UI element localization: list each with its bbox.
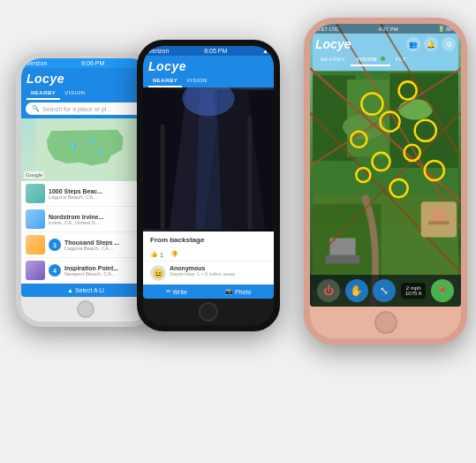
phone-mid: Verizon 8:05 PM ▲ Locye NEARBY VISION [137, 40, 280, 331]
list-item[interactable]: 3 Thousand Steps ... Laguna Beach, CA... [21, 232, 150, 258]
list-sub-2: Irvine, CA, United S... [49, 220, 146, 225]
left-tab-nearby[interactable]: NEARBY [26, 87, 60, 100]
mid-screen: Verizon 8:05 PM ▲ Locye NEARBY VISION [143, 46, 274, 299]
power-button[interactable]: ⏻ [317, 279, 340, 302]
left-home-button[interactable] [77, 300, 94, 318]
mid-video: ▶ [143, 87, 274, 231]
left-logo: Locye [26, 72, 145, 86]
from-backstage-text: From backstage [150, 236, 204, 244]
right-status-bar: AT&T LTE 4:27 PM 🔋 88% [310, 24, 461, 34]
svg-rect-9 [247, 116, 252, 229]
commenter-name: Anonymous [170, 265, 267, 271]
reaction-row: 👍 1 👎 [143, 248, 274, 262]
svg-rect-8 [161, 125, 165, 229]
left-nav-tabs: NEARBY VISION [26, 87, 145, 100]
photo-icon: 📷 [225, 288, 233, 295]
list-sub-4: Newport Beach, CA... [64, 271, 146, 277]
list-item[interactable]: Nordstrom Irvine... Irvine, CA, United S… [21, 207, 150, 232]
left-carrier: Verizon [26, 60, 47, 66]
right-time: 4:27 PM [378, 27, 397, 32]
speed-badge: 2 mph 1075 ft [401, 283, 426, 299]
google-label: Google [24, 171, 44, 178]
list-title-1: 1000 Steps Beac... [49, 188, 146, 194]
left-search-input[interactable]: 🔍 Search for a place or pl... [26, 102, 146, 115]
photo-label: Photo [235, 289, 251, 295]
right-header: Locye 👥 🔔 ⚙ NEARBY VISION FLY [310, 34, 461, 69]
list-item[interactable]: 4 Inspiration Point... Newport Beach, CA… [21, 258, 150, 284]
svg-point-32 [415, 120, 436, 141]
left-status-bar: Verizon 8:06 PM ▲ [21, 58, 150, 68]
mid-time: 8:05 PM [204, 48, 227, 54]
left-time: 8:06 PM [81, 60, 104, 66]
thumbs-up-icon: 👍 [150, 251, 158, 258]
right-logo-row: Locye 👥 🔔 ⚙ [315, 37, 456, 51]
svg-point-39 [432, 208, 446, 222]
list-title-3: Thousand Steps ... [64, 239, 146, 246]
vision-active-dot [381, 57, 385, 61]
like-count: 1 [160, 252, 163, 258]
svg-rect-40 [428, 221, 450, 224]
mid-tab-vision[interactable]: VISION [182, 75, 211, 87]
right-bottom-bar: ⏻ ✋ ⤡ 2 mph 1075 ft 📍 [310, 275, 461, 307]
svg-point-37 [390, 179, 408, 197]
mid-nav-tabs: NEARBY VISION [148, 75, 268, 87]
hand-button[interactable]: ✋ [345, 279, 368, 302]
location-badge[interactable]: 📍 [431, 279, 454, 302]
left-bottom-bar[interactable]: ▲ Select A LI [21, 284, 150, 297]
like-button[interactable]: 👍 1 [150, 251, 163, 258]
right-nav-tabs: NEARBY VISION FLY [315, 54, 456, 66]
thumbs-down-icon: 👎 [170, 251, 178, 258]
list-text-1: 1000 Steps Beac... Laguna Beach, CA... [49, 188, 146, 200]
right-home-button[interactable] [374, 311, 397, 334]
comment-text: Anonymous September 1 • 5 miles away [170, 265, 267, 277]
mid-carrier: Verizon [148, 48, 169, 54]
mid-header: Locye NEARBY VISION [143, 56, 274, 87]
photo-button[interactable]: 📷 Photo [225, 288, 251, 295]
group-icon[interactable]: 👥 [406, 37, 420, 51]
list-title-2: Nordstrom Irvine... [49, 214, 146, 220]
mid-tab-nearby[interactable]: NEARBY [148, 75, 182, 87]
list-title-4: Inspiration Point... [64, 265, 146, 271]
comment-time: September 1 • 5 miles away [170, 271, 267, 277]
right-tab-fly[interactable]: FLY [390, 54, 412, 66]
right-tab-vision[interactable]: VISION [351, 54, 390, 66]
anon-avatar: 😐 [150, 265, 166, 281]
write-icon: ✏ [166, 288, 171, 295]
right-vision-bg: AT&T LTE 4:27 PM 🔋 88% Locye 👥 🔔 ⚙ [310, 24, 461, 307]
mid-status-bar: Verizon 8:05 PM ▲ [143, 46, 274, 56]
svg-point-33 [372, 153, 389, 171]
dislike-button[interactable]: 👎 [170, 251, 178, 258]
right-battery: 🔋 88% [438, 26, 457, 32]
mid-home-button[interactable] [199, 302, 218, 322]
list-avatar-4 [26, 261, 45, 280]
list-sub-1: Laguna Beach, CA... [49, 194, 146, 200]
mid-logo: Locye [148, 59, 268, 73]
mid-signal: ▲ [262, 48, 268, 54]
left-search-bar: 🔍 Search for a place or pl... [21, 100, 150, 118]
select-li-label: ▲ Select A LI [67, 287, 104, 293]
phone-right: AT&T LTE 4:27 PM 🔋 88% Locye 👥 🔔 ⚙ [304, 18, 467, 345]
write-label: Write [173, 289, 187, 295]
list-avatar-3 [26, 235, 45, 254]
svg-text:💧: 💧 [70, 140, 78, 148]
search-icon: 🔍 [32, 105, 40, 112]
list-avatar-1 [26, 184, 45, 203]
svg-text:💧: 💧 [98, 148, 104, 155]
list-item[interactable]: 1000 Steps Beac... Laguna Beach, CA... [21, 181, 150, 207]
left-map-bg: 💧 💧 💧 Google HOTSPOT [21, 118, 150, 181]
gear-icon[interactable]: ⚙ [442, 37, 456, 51]
list-num-4: 4 [49, 264, 61, 277]
bell-icon[interactable]: 🔔 [424, 37, 438, 51]
left-list: 1000 Steps Beac... Laguna Beach, CA... N… [21, 181, 150, 284]
comment-item: 😐 Anonymous September 1 • 5 miles away [143, 262, 274, 285]
write-button[interactable]: ✏ Write [166, 288, 187, 295]
phone-left: Verizon 8:06 PM ▲ Locye NEARBY VISION 🔍 … [16, 53, 155, 327]
left-tab-vision[interactable]: VISION [60, 87, 89, 100]
right-carrier: AT&T LTE [314, 27, 338, 32]
right-tab-nearby[interactable]: NEARBY [315, 54, 351, 66]
list-text-4: Inspiration Point... Newport Beach, CA..… [64, 265, 146, 277]
list-num-3: 3 [49, 239, 61, 251]
expand-button[interactable]: ⤡ [373, 279, 396, 302]
svg-point-29 [399, 81, 417, 99]
mid-video-bg: ▶ [143, 87, 274, 231]
